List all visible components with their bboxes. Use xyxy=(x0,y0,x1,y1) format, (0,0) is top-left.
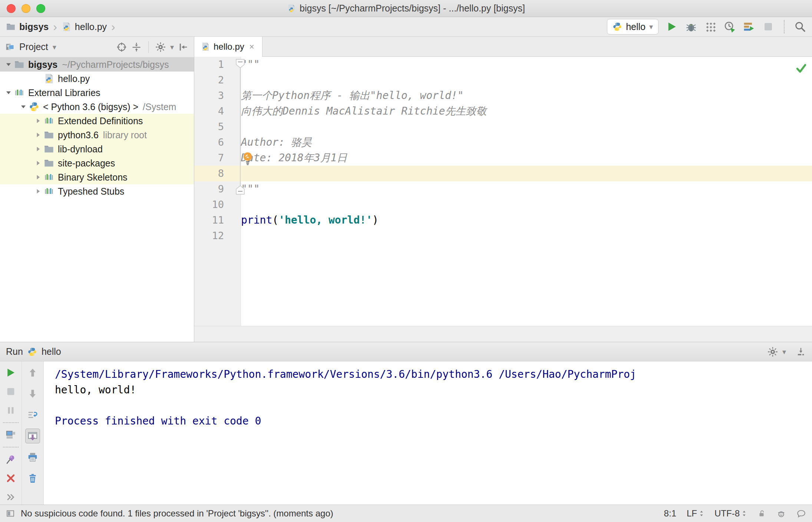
close-icon[interactable] xyxy=(248,43,255,50)
chevron-down-icon: ▾ xyxy=(649,22,653,31)
print-button[interactable] xyxy=(25,450,40,465)
chevron-collapsed-icon[interactable] xyxy=(33,188,43,195)
line-number[interactable]: 12 xyxy=(194,228,241,244)
locate-file-button[interactable] xyxy=(116,42,127,52)
project-panel-title[interactable]: Project xyxy=(19,42,48,52)
window-title-text: bigsys [~/PycharmProjects/bigsys] - .../… xyxy=(300,3,525,14)
collapse-all-button[interactable] xyxy=(131,42,142,52)
editor-line-8[interactable]: 8 xyxy=(194,166,812,181)
fold-markers[interactable] xyxy=(234,57,247,199)
editor-line-2[interactable]: 2 xyxy=(194,72,812,88)
gear-icon[interactable] xyxy=(768,347,778,357)
project-tool-icon xyxy=(5,42,15,52)
tree-item-hint: library root xyxy=(103,130,147,141)
toolbar-separator xyxy=(3,422,19,423)
chevron-collapsed-icon[interactable] xyxy=(33,159,43,167)
editor-scrollbar-area[interactable] xyxy=(194,326,812,342)
editor-line-7[interactable]: 7Date: 2018年3月1日 xyxy=(194,150,812,166)
console-line xyxy=(55,398,812,413)
tree-item-hello-py[interactable]: hello.py xyxy=(0,72,194,86)
lock-icon[interactable] xyxy=(757,509,766,518)
line-separator-value: LF xyxy=(687,508,697,519)
code-segment: 'hello, world!' xyxy=(278,214,372,226)
chevron-collapsed-icon[interactable] xyxy=(33,145,43,153)
profiler-button[interactable] xyxy=(724,21,736,33)
chevron-down-icon: ▾ xyxy=(170,43,174,52)
editor-line-12[interactable]: 12 xyxy=(194,228,812,244)
folder-icon xyxy=(44,158,55,168)
stop-button-disabled xyxy=(3,384,18,399)
editor-line-11[interactable]: 11print('hello, world!') xyxy=(194,212,812,228)
close-window-button[interactable] xyxy=(7,4,16,13)
chevron-collapsed-icon[interactable] xyxy=(33,117,43,125)
stop-button-disabled xyxy=(762,21,774,33)
concurrency-diagram-button[interactable] xyxy=(743,21,755,33)
restore-layout-button[interactable] xyxy=(3,427,18,442)
minimize-window-button[interactable] xyxy=(22,4,30,13)
pin-tab-button[interactable] xyxy=(3,452,18,467)
search-everywhere-button[interactable] xyxy=(794,21,806,33)
encoding-widget[interactable]: UTF-8 xyxy=(714,508,747,519)
more-actions-button[interactable] xyxy=(3,490,18,505)
soft-wrap-button[interactable] xyxy=(25,407,40,422)
traffic-lights xyxy=(7,4,45,13)
editor-line-5[interactable]: 5 xyxy=(194,119,812,135)
tree-item-label: Binary Skeletons xyxy=(58,172,128,183)
code-segment: ) xyxy=(372,214,379,226)
chevron-expanded-icon[interactable] xyxy=(4,89,13,96)
caret-position-widget[interactable]: 8:1 xyxy=(664,508,676,519)
line-separator-widget[interactable]: LF xyxy=(687,508,704,519)
chevron-expanded-icon[interactable] xyxy=(19,103,28,110)
breadcrumb-project[interactable]: bigsys xyxy=(19,22,49,32)
run-config-selector[interactable]: hello ▾ xyxy=(607,19,658,34)
tab-hello-py[interactable]: hello.py xyxy=(194,37,263,57)
tree-item-external-libraries[interactable]: External Libraries xyxy=(0,86,194,100)
tree-item-binary-skeletons[interactable]: Binary Skeletons xyxy=(0,170,194,184)
up-stack-trace-button xyxy=(25,365,40,380)
editor[interactable]: 1"""23第一个Python程序 - 输出"hello, world!"4向伟… xyxy=(194,57,812,326)
chevron-collapsed-icon[interactable] xyxy=(33,174,43,181)
tree-item-lib-dynload[interactable]: lib-dynload xyxy=(0,142,194,156)
line-number[interactable]: 11 xyxy=(194,212,241,228)
tree-item-label: bigsys xyxy=(28,59,57,70)
coverage-button[interactable] xyxy=(704,21,716,33)
tree-item-label: hello.py xyxy=(58,73,90,84)
intention-bulb-icon[interactable] xyxy=(242,152,254,169)
tree-item-typeshed-stubs[interactable]: Typeshed Stubs xyxy=(0,184,194,198)
tree-item-python-3-6-bigsys[interactable]: < Python 3.6 (bigsys) >/System xyxy=(0,100,194,114)
scroll-to-end-button[interactable] xyxy=(25,429,40,443)
breadcrumb-file[interactable]: hello.py xyxy=(75,22,107,32)
tree-item-site-packages[interactable]: site-packages xyxy=(0,156,194,170)
run-panel-title[interactable]: Run xyxy=(6,346,23,357)
chevron-collapsed-icon[interactable] xyxy=(33,131,43,139)
hide-panel-button[interactable] xyxy=(178,42,189,52)
rerun-button[interactable] xyxy=(3,365,18,380)
debug-button[interactable] xyxy=(685,21,697,33)
folder-icon xyxy=(44,144,55,154)
inspector-hector-icon[interactable] xyxy=(776,509,786,518)
run-button[interactable] xyxy=(666,21,678,33)
tree-item-bigsys[interactable]: bigsys~/PycharmProjects/bigsys xyxy=(0,57,194,72)
editor-line-6[interactable]: 6Author: 骆昊 xyxy=(194,135,812,150)
toolwindow-toggle-icon[interactable] xyxy=(6,509,15,518)
editor-line-9[interactable]: 9""" xyxy=(194,181,812,197)
clear-all-button[interactable] xyxy=(25,471,40,486)
encoding-value: UTF-8 xyxy=(714,508,740,519)
tree-item-python3-6[interactable]: python3.6library root xyxy=(0,128,194,142)
run-console[interactable]: /System/Library/Frameworks/Python.framew… xyxy=(44,361,812,505)
code-segment: Author: 骆昊 xyxy=(241,136,312,148)
tree-item-extended-definitions[interactable]: Extended Definitions xyxy=(0,114,194,128)
chevron-expanded-icon[interactable] xyxy=(4,61,13,68)
header-separator xyxy=(148,41,149,53)
hide-run-panel-button[interactable] xyxy=(796,347,806,357)
close-icon[interactable] xyxy=(3,471,18,486)
chevron-down-icon[interactable]: ▾ xyxy=(53,43,56,52)
event-log-bubble-icon[interactable] xyxy=(796,509,806,518)
editor-line-1[interactable]: 1""" xyxy=(194,57,812,72)
editor-line-10[interactable]: 10 xyxy=(194,197,812,212)
editor-line-3[interactable]: 3第一个Python程序 - 输出"hello, world!" xyxy=(194,88,812,103)
editor-line-4[interactable]: 4向伟大的Dennis MacAlistair Ritchie先生致敬 xyxy=(194,103,812,119)
zoom-window-button[interactable] xyxy=(36,4,45,13)
inspections-ok-icon[interactable] xyxy=(796,63,807,74)
gear-icon[interactable] xyxy=(155,42,166,52)
